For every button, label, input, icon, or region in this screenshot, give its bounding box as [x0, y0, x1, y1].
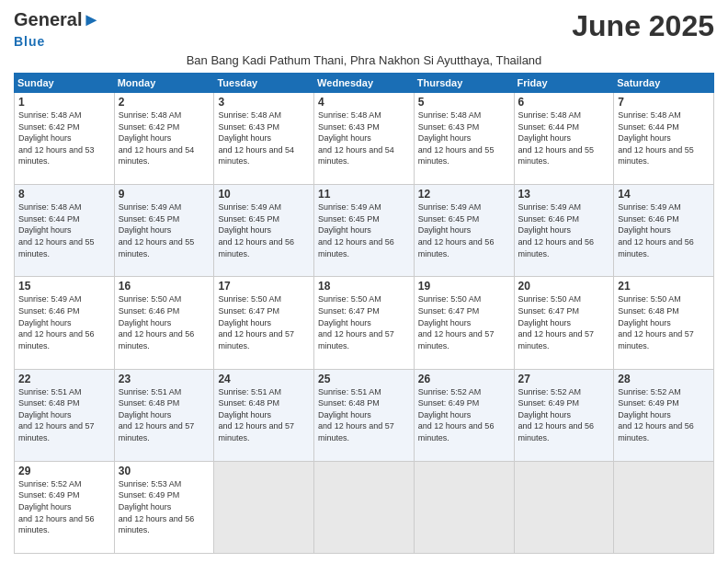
day-info: Sunrise: 5:50 AMSunset: 6:47 PMDaylight …	[318, 294, 394, 350]
table-row: 10 Sunrise: 5:49 AMSunset: 6:45 PMDaylig…	[214, 185, 314, 277]
day-info: Sunrise: 5:51 AMSunset: 6:48 PMDaylight …	[18, 387, 95, 442]
day-info: Sunrise: 5:49 AMSunset: 6:45 PMDaylight …	[218, 202, 294, 258]
header-tuesday: Tuesday	[214, 74, 314, 93]
day-info: Sunrise: 5:52 AMSunset: 6:49 PMDaylight …	[18, 479, 95, 534]
day-number: 15	[18, 280, 110, 293]
calendar-week-row: 1 Sunrise: 5:48 AMSunset: 6:42 PMDayligh…	[15, 93, 714, 185]
table-row: 14 Sunrise: 5:49 AMSunset: 6:46 PMDaylig…	[614, 185, 714, 277]
day-info: Sunrise: 5:50 AMSunset: 6:47 PMDaylight …	[418, 294, 495, 350]
day-info: Sunrise: 5:49 AMSunset: 6:46 PMDaylight …	[518, 202, 595, 258]
day-number: 7	[618, 96, 710, 109]
day-number: 1	[18, 96, 110, 109]
day-info: Sunrise: 5:49 AMSunset: 6:46 PMDaylight …	[618, 202, 694, 258]
table-row	[514, 461, 614, 553]
table-row: 1 Sunrise: 5:48 AMSunset: 6:42 PMDayligh…	[15, 93, 115, 185]
day-number: 23	[119, 373, 210, 385]
day-info: Sunrise: 5:48 AMSunset: 6:44 PMDaylight …	[518, 110, 595, 166]
day-info: Sunrise: 5:48 AMSunset: 6:42 PMDaylight …	[119, 110, 195, 166]
calendar-table: Sunday Monday Tuesday Wednesday Thursday…	[14, 73, 714, 554]
day-number: 8	[18, 188, 110, 201]
day-number: 24	[218, 373, 310, 385]
page: General► Blue June 2025 Ban Bang Kadi Pa…	[0, 0, 728, 563]
table-row	[214, 461, 314, 553]
day-number: 10	[218, 188, 310, 201]
table-row: 29 Sunrise: 5:52 AMSunset: 6:49 PMDaylig…	[15, 461, 115, 553]
table-row: 25 Sunrise: 5:51 AMSunset: 6:48 PMDaylig…	[314, 369, 415, 461]
header-wednesday: Wednesday	[314, 74, 415, 93]
day-number: 5	[418, 96, 510, 109]
day-number: 14	[618, 188, 710, 201]
table-row	[614, 461, 714, 553]
header-monday: Monday	[114, 74, 214, 93]
table-row	[314, 461, 415, 553]
day-number: 3	[218, 96, 310, 109]
calendar-week-row: 22 Sunrise: 5:51 AMSunset: 6:48 PMDaylig…	[15, 369, 714, 461]
header: General► Blue June 2025	[14, 9, 714, 50]
day-info: Sunrise: 5:48 AMSunset: 6:43 PMDaylight …	[218, 110, 294, 166]
table-row: 2 Sunrise: 5:48 AMSunset: 6:42 PMDayligh…	[114, 93, 214, 185]
day-info: Sunrise: 5:52 AMSunset: 6:49 PMDaylight …	[618, 387, 694, 442]
month-title: June 2025	[572, 9, 714, 43]
day-number: 17	[218, 280, 310, 293]
header-friday: Friday	[514, 74, 614, 93]
day-info: Sunrise: 5:49 AMSunset: 6:45 PMDaylight …	[318, 202, 394, 258]
day-info: Sunrise: 5:48 AMSunset: 6:43 PMDaylight …	[318, 110, 394, 166]
day-info: Sunrise: 5:51 AMSunset: 6:48 PMDaylight …	[119, 387, 195, 442]
day-info: Sunrise: 5:48 AMSunset: 6:42 PMDaylight …	[18, 110, 95, 166]
table-row	[414, 461, 514, 553]
table-row: 18 Sunrise: 5:50 AMSunset: 6:47 PMDaylig…	[314, 277, 415, 369]
calendar-week-row: 15 Sunrise: 5:49 AMSunset: 6:46 PMDaylig…	[15, 277, 714, 369]
calendar-week-row: 29 Sunrise: 5:52 AMSunset: 6:49 PMDaylig…	[15, 461, 714, 553]
day-number: 9	[119, 188, 210, 201]
day-info: Sunrise: 5:49 AMSunset: 6:45 PMDaylight …	[418, 202, 495, 258]
day-info: Sunrise: 5:53 AMSunset: 6:49 PMDaylight …	[119, 479, 195, 534]
table-row: 26 Sunrise: 5:52 AMSunset: 6:49 PMDaylig…	[414, 369, 514, 461]
table-row: 13 Sunrise: 5:49 AMSunset: 6:46 PMDaylig…	[514, 185, 614, 277]
logo-name: General► Blue	[14, 9, 100, 50]
table-row: 9 Sunrise: 5:49 AMSunset: 6:45 PMDayligh…	[114, 185, 214, 277]
table-row: 4 Sunrise: 5:48 AMSunset: 6:43 PMDayligh…	[314, 93, 415, 185]
day-info: Sunrise: 5:51 AMSunset: 6:48 PMDaylight …	[318, 387, 394, 442]
table-row: 16 Sunrise: 5:50 AMSunset: 6:46 PMDaylig…	[114, 277, 214, 369]
table-row: 15 Sunrise: 5:49 AMSunset: 6:46 PMDaylig…	[15, 277, 115, 369]
day-number: 22	[18, 373, 110, 385]
day-info: Sunrise: 5:52 AMSunset: 6:49 PMDaylight …	[418, 387, 495, 442]
day-number: 19	[418, 280, 510, 293]
day-number: 4	[318, 96, 410, 109]
table-row: 30 Sunrise: 5:53 AMSunset: 6:49 PMDaylig…	[114, 461, 214, 553]
day-info: Sunrise: 5:48 AMSunset: 6:43 PMDaylight …	[418, 110, 495, 166]
table-row: 23 Sunrise: 5:51 AMSunset: 6:48 PMDaylig…	[114, 369, 214, 461]
table-row: 5 Sunrise: 5:48 AMSunset: 6:43 PMDayligh…	[414, 93, 514, 185]
table-row: 28 Sunrise: 5:52 AMSunset: 6:49 PMDaylig…	[614, 369, 714, 461]
day-info: Sunrise: 5:50 AMSunset: 6:46 PMDaylight …	[119, 294, 195, 350]
day-number: 30	[119, 465, 210, 477]
calendar-header-row: Sunday Monday Tuesday Wednesday Thursday…	[15, 74, 714, 93]
day-number: 13	[518, 188, 610, 201]
table-row: 8 Sunrise: 5:48 AMSunset: 6:44 PMDayligh…	[15, 185, 115, 277]
day-number: 26	[418, 373, 510, 385]
table-row: 20 Sunrise: 5:50 AMSunset: 6:47 PMDaylig…	[514, 277, 614, 369]
day-number: 28	[618, 373, 710, 385]
day-number: 25	[318, 373, 410, 385]
day-number: 18	[318, 280, 410, 293]
table-row: 7 Sunrise: 5:48 AMSunset: 6:44 PMDayligh…	[614, 93, 714, 185]
header-saturday: Saturday	[614, 74, 714, 93]
day-number: 27	[518, 373, 610, 385]
day-info: Sunrise: 5:52 AMSunset: 6:49 PMDaylight …	[518, 387, 595, 442]
day-number: 6	[518, 96, 610, 109]
table-row: 24 Sunrise: 5:51 AMSunset: 6:48 PMDaylig…	[214, 369, 314, 461]
table-row: 12 Sunrise: 5:49 AMSunset: 6:45 PMDaylig…	[414, 185, 514, 277]
day-info: Sunrise: 5:50 AMSunset: 6:48 PMDaylight …	[618, 294, 694, 350]
table-row: 27 Sunrise: 5:52 AMSunset: 6:49 PMDaylig…	[514, 369, 614, 461]
table-row: 21 Sunrise: 5:50 AMSunset: 6:48 PMDaylig…	[614, 277, 714, 369]
header-thursday: Thursday	[414, 74, 514, 93]
table-row: 6 Sunrise: 5:48 AMSunset: 6:44 PMDayligh…	[514, 93, 614, 185]
day-number: 20	[518, 280, 610, 293]
day-number: 29	[18, 465, 110, 477]
table-row: 19 Sunrise: 5:50 AMSunset: 6:47 PMDaylig…	[414, 277, 514, 369]
day-number: 2	[119, 96, 210, 109]
day-info: Sunrise: 5:50 AMSunset: 6:47 PMDaylight …	[518, 294, 595, 350]
calendar-week-row: 8 Sunrise: 5:48 AMSunset: 6:44 PMDayligh…	[15, 185, 714, 277]
day-info: Sunrise: 5:48 AMSunset: 6:44 PMDaylight …	[18, 202, 95, 258]
day-info: Sunrise: 5:48 AMSunset: 6:44 PMDaylight …	[618, 110, 694, 166]
